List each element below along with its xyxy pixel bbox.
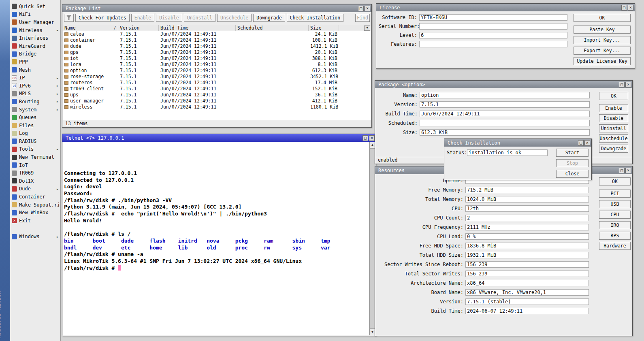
telnet-titlebar[interactable]: Telnet <7> 127.0.0.1 □ × [62,134,376,142]
license-titlebar[interactable]: License □ × [376,4,635,11]
downgrade-button[interactable]: Downgrade [253,14,285,22]
close-button[interactable]: Close [556,170,589,178]
table-row[interactable]: user-manager7.15.1Jun/07/2024 12:49:1141… [63,98,371,104]
close-icon[interactable]: × [584,140,590,146]
sidebar-item-mesh[interactable]: Mesh [10,66,60,74]
column-header-size[interactable]: Size [309,25,339,31]
software-id-field[interactable]: YFTK-EK6U [419,14,567,21]
unschedule-button[interactable]: Unschedule [599,134,628,143]
sector-writes-since-reboot-field[interactable]: 156 239 [465,261,589,268]
find-button[interactable]: Find [355,14,370,22]
column-header-build-time[interactable]: Build Time [159,25,236,31]
package-list-titlebar[interactable]: Package List □ × [62,4,371,12]
close-icon[interactable]: × [625,82,631,87]
sidebar-item-dude[interactable]: Dude▸ [10,185,60,193]
free-hdd-space-field[interactable]: 1836.8 MiB [465,243,589,249]
stop-button[interactable]: Stop [556,159,589,167]
sidebar-item-ip[interactable]: 255IP▸ [10,74,60,82]
sidebar-item-mpls[interactable]: MPLS▸ [10,90,60,98]
cpu-count-field[interactable]: 2 [465,215,589,221]
sidebar-item-ppp[interactable]: PPP [10,58,60,66]
maximize-icon[interactable]: □ [358,6,364,11]
sidebar-item-bridge[interactable]: Bridge [10,50,60,58]
export-key-button[interactable]: Export Key... [574,47,631,55]
sidebar-item-windows[interactable]: Windows▸ [10,233,60,241]
filter-button[interactable] [64,14,74,22]
uninstall-button[interactable]: Uninstall [184,14,215,22]
table-row[interactable]: wireless7.15.1Jun/07/2024 12:49:111180.1… [63,104,371,110]
column-header-name[interactable]: Name/ [63,25,118,31]
downgrade-button[interactable]: Downgrade [599,145,628,153]
maximize-icon[interactable]: □ [619,82,625,87]
ok-button[interactable]: OK [574,14,631,22]
table-row[interactable]: gps7.15.1Jun/07/2024 12:49:1120.1 KiB [63,49,371,55]
maximize-icon[interactable]: □ [363,135,368,141]
sidebar-item-wireless[interactable]: Wireless▸ [10,26,60,34]
sidebar-item-tools[interactable]: Tools▸ [10,145,60,153]
maximize-icon[interactable]: □ [619,168,625,173]
disable-button[interactable]: Disable [599,114,628,122]
installation-status-field[interactable]: installation is ok [467,149,548,156]
sidebar-item-system[interactable]: System▸ [10,106,60,114]
sidebar-item-exit[interactable]: ×Exit [10,217,60,225]
close-icon[interactable]: × [365,6,370,11]
check-installation-titlebar[interactable]: Check Installation □ × [444,139,591,147]
name-field[interactable]: option [420,92,590,98]
table-row[interactable]: dude7.15.1Jun/07/2024 12:49:111412.1 KiB [63,43,371,49]
sidebar-item-user-manager[interactable]: User Manager [10,18,60,26]
pci-button[interactable]: PCI [599,190,631,198]
maximize-icon[interactable]: □ [578,140,584,146]
sidebar-item-routing[interactable]: Routing▸ [10,98,60,106]
enable-button[interactable]: Enable [599,104,628,112]
table-row[interactable]: lora7.15.1Jun/07/2024 12:49:118.1 KiB [63,62,371,68]
column-select-icon[interactable]: ▼ [364,26,370,31]
total-memory-field[interactable]: 1024.0 MiB [465,196,589,202]
usb-button[interactable]: USB [599,200,631,208]
close-icon[interactable]: × [369,135,375,141]
cpu-load-field[interactable]: 0 % [465,233,589,240]
uninstall-button[interactable]: Uninstall [599,124,628,132]
sidebar-item-new-winbox[interactable]: New WinBox [10,209,60,217]
hardware-button[interactable]: Hardware [599,242,631,250]
sidebar-item-interfaces[interactable]: Interfaces [10,34,60,42]
enable-button[interactable]: Enable [131,14,155,22]
sidebar-item-ipv6[interactable]: v6IPv6▸ [10,82,60,90]
sidebar-item-wireguard[interactable]: WireGuard [10,42,60,50]
unschedule-button[interactable]: Unschedule [217,14,252,22]
table-row[interactable]: tr069-client7.15.1Jun/07/2024 12:49:1115… [63,86,371,92]
close-icon[interactable]: × [625,168,631,173]
column-header-version[interactable]: Version [118,25,159,31]
package-option-titlebar[interactable]: Package <option> □ × [375,81,632,88]
table-row[interactable]: ups7.15.1Jun/07/2024 12:49:1136.1 KiB [63,92,371,98]
import-key-button[interactable]: Import Key... [574,36,631,44]
size-field[interactable]: 612.3 KiB [420,129,590,136]
features-field[interactable] [419,41,567,47]
disable-button[interactable]: Disable [156,14,182,22]
total-sector-writes-field[interactable]: 156 239 [465,271,589,277]
sidebar-item-log[interactable]: Log [10,130,60,138]
check-installation-button[interactable]: Check Installation [287,14,344,22]
cpu-frequency-field[interactable]: 2111 MHz [465,224,589,230]
cpu-field[interactable]: 12th [465,205,589,212]
version-field[interactable]: 7.15.1 (stable) [465,298,589,305]
table-row[interactable]: option7.15.1Jun/07/2024 12:49:11612.3 Ki… [63,68,371,74]
board-name-field[interactable]: x86 VMware, Inc. VMware20,1 [465,289,589,296]
table-row[interactable]: iot7.15.1Jun/07/2024 12:49:11388.1 KiB [63,55,371,62]
scheduled-field[interactable] [420,120,590,126]
check-for-updates-button[interactable]: Check For Updates [75,14,130,22]
ok-button[interactable]: OK [599,92,628,100]
rps-button[interactable]: RPS [599,232,631,240]
table-row[interactable]: routeros7.15.1Jun/07/2024 12:49:1117.4 M… [63,80,371,86]
sidebar-item-container[interactable]: Container [10,193,60,201]
serial-number-field[interactable] [419,23,567,30]
sidebar-item-iot[interactable]: IoT [10,161,60,169]
table-row[interactable]: rose-storage7.15.1Jun/07/2024 12:49:1134… [63,74,371,80]
total-hdd-size-field[interactable]: 1932.1 MiB [465,252,589,258]
sidebar-item-files[interactable]: Files [10,121,60,130]
sidebar-item-new-terminal[interactable]: New Terminal [10,153,60,161]
ok-button[interactable]: OK [599,177,631,185]
build-time-field[interactable]: Jun/07/2024 12:49:11 [420,111,590,117]
column-header-scheduled[interactable]: Scheduled [236,25,309,31]
sidebar-item-dot1x[interactable]: Dot1X [10,177,60,185]
maximize-icon[interactable]: □ [621,5,627,11]
